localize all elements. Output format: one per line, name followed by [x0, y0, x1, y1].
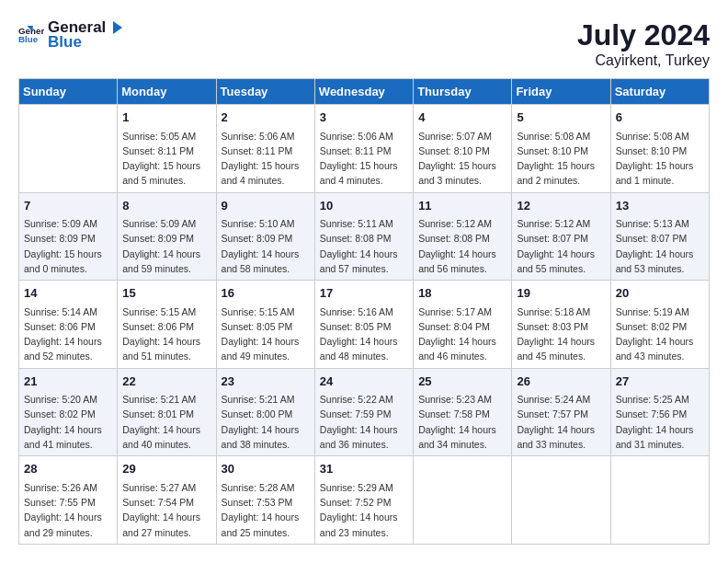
calendar-cell: 27Sunrise: 5:25 AM Sunset: 7:56 PM Dayli… [610, 368, 709, 456]
day-number: 20 [616, 284, 704, 303]
day-info: Sunrise: 5:19 AM Sunset: 8:02 PM Dayligh… [616, 304, 704, 364]
header-tuesday: Tuesday [216, 79, 314, 105]
day-info: Sunrise: 5:22 AM Sunset: 7:59 PM Dayligh… [320, 392, 408, 452]
calendar-cell: 30Sunrise: 5:28 AM Sunset: 7:53 PM Dayli… [216, 456, 314, 545]
day-info: Sunrise: 5:24 AM Sunset: 7:57 PM Dayligh… [517, 392, 605, 452]
logo: General Blue General Blue [18, 18, 124, 52]
day-number: 14 [24, 284, 112, 303]
calendar-cell [414, 456, 512, 545]
day-info: Sunrise: 5:05 AM Sunset: 8:11 PM Dayligh… [122, 129, 210, 189]
svg-marker-3 [113, 21, 122, 34]
page-subtitle: Cayirkent, Turkey [577, 52, 710, 69]
title-block: July 2024 Cayirkent, Turkey [577, 18, 710, 69]
day-info: Sunrise: 5:12 AM Sunset: 8:07 PM Dayligh… [517, 216, 605, 276]
day-number: 16 [222, 284, 310, 303]
calendar-cell: 22Sunrise: 5:21 AM Sunset: 8:01 PM Dayli… [118, 368, 216, 456]
day-number: 21 [24, 373, 112, 391]
day-number: 27 [616, 373, 704, 391]
day-info: Sunrise: 5:06 AM Sunset: 8:11 PM Dayligh… [320, 129, 408, 189]
calendar-cell: 25Sunrise: 5:23 AM Sunset: 7:58 PM Dayli… [414, 368, 512, 456]
day-number: 4 [418, 109, 506, 127]
day-number: 10 [320, 197, 408, 215]
calendar-week-row: 7Sunrise: 5:09 AM Sunset: 8:09 PM Daylig… [19, 192, 710, 281]
calendar-cell [512, 456, 610, 545]
day-number: 3 [320, 109, 408, 127]
header-monday: Monday [118, 79, 216, 105]
calendar-cell: 31Sunrise: 5:29 AM Sunset: 7:52 PM Dayli… [314, 456, 413, 545]
day-info: Sunrise: 5:23 AM Sunset: 7:58 PM Dayligh… [418, 392, 506, 452]
day-info: Sunrise: 5:17 AM Sunset: 8:04 PM Dayligh… [418, 304, 506, 364]
header-wednesday: Wednesday [314, 79, 413, 105]
calendar-cell: 1Sunrise: 5:05 AM Sunset: 8:11 PM Daylig… [118, 105, 216, 193]
calendar-cell: 29Sunrise: 5:27 AM Sunset: 7:54 PM Dayli… [118, 456, 216, 545]
day-number: 18 [418, 284, 506, 303]
day-info: Sunrise: 5:11 AM Sunset: 8:08 PM Dayligh… [320, 216, 408, 276]
day-info: Sunrise: 5:10 AM Sunset: 8:09 PM Dayligh… [222, 216, 310, 276]
calendar-cell: 10Sunrise: 5:11 AM Sunset: 8:08 PM Dayli… [314, 192, 413, 281]
day-info: Sunrise: 5:18 AM Sunset: 8:03 PM Dayligh… [517, 304, 605, 364]
calendar-cell: 20Sunrise: 5:19 AM Sunset: 8:02 PM Dayli… [610, 281, 709, 369]
day-number: 19 [517, 284, 605, 303]
day-info: Sunrise: 5:26 AM Sunset: 7:55 PM Dayligh… [24, 480, 112, 540]
calendar-cell: 3Sunrise: 5:06 AM Sunset: 8:11 PM Daylig… [314, 105, 413, 193]
day-number: 25 [418, 373, 506, 391]
day-info: Sunrise: 5:09 AM Sunset: 8:09 PM Dayligh… [122, 216, 210, 276]
day-info: Sunrise: 5:21 AM Sunset: 8:00 PM Dayligh… [222, 392, 310, 452]
day-info: Sunrise: 5:08 AM Sunset: 8:10 PM Dayligh… [517, 129, 605, 189]
header-sunday: Sunday [19, 79, 118, 105]
day-info: Sunrise: 5:25 AM Sunset: 7:56 PM Dayligh… [616, 392, 704, 452]
day-number: 17 [320, 284, 408, 303]
day-number: 12 [517, 197, 605, 215]
day-info: Sunrise: 5:15 AM Sunset: 8:06 PM Dayligh… [122, 304, 210, 364]
calendar-cell: 4Sunrise: 5:07 AM Sunset: 8:10 PM Daylig… [414, 105, 512, 193]
calendar-cell [19, 105, 118, 193]
calendar-cell [610, 456, 709, 545]
calendar-cell: 8Sunrise: 5:09 AM Sunset: 8:09 PM Daylig… [118, 192, 216, 281]
day-info: Sunrise: 5:12 AM Sunset: 8:08 PM Dayligh… [418, 216, 506, 276]
calendar-week-row: 21Sunrise: 5:20 AM Sunset: 8:02 PM Dayli… [19, 368, 710, 456]
day-number: 11 [418, 197, 506, 215]
day-info: Sunrise: 5:13 AM Sunset: 8:07 PM Dayligh… [616, 216, 704, 276]
day-info: Sunrise: 5:27 AM Sunset: 7:54 PM Dayligh… [122, 480, 210, 540]
calendar-header-row: SundayMondayTuesdayWednesdayThursdayFrid… [19, 79, 710, 105]
day-info: Sunrise: 5:28 AM Sunset: 7:53 PM Dayligh… [222, 480, 310, 540]
calendar-week-row: 28Sunrise: 5:26 AM Sunset: 7:55 PM Dayli… [19, 456, 710, 545]
calendar-cell: 23Sunrise: 5:21 AM Sunset: 8:00 PM Dayli… [216, 368, 314, 456]
calendar-cell: 24Sunrise: 5:22 AM Sunset: 7:59 PM Dayli… [314, 368, 413, 456]
calendar-cell: 17Sunrise: 5:16 AM Sunset: 8:05 PM Dayli… [314, 281, 413, 369]
calendar-cell: 12Sunrise: 5:12 AM Sunset: 8:07 PM Dayli… [512, 192, 610, 281]
calendar-cell: 9Sunrise: 5:10 AM Sunset: 8:09 PM Daylig… [216, 192, 314, 281]
day-number: 30 [222, 460, 310, 478]
day-number: 24 [320, 373, 408, 391]
calendar-cell: 2Sunrise: 5:06 AM Sunset: 8:11 PM Daylig… [216, 105, 314, 193]
header-saturday: Saturday [610, 79, 709, 105]
day-info: Sunrise: 5:20 AM Sunset: 8:02 PM Dayligh… [24, 392, 112, 452]
calendar-cell: 7Sunrise: 5:09 AM Sunset: 8:09 PM Daylig… [19, 192, 118, 281]
day-number: 8 [122, 197, 210, 215]
day-number: 23 [222, 373, 310, 391]
calendar-cell: 18Sunrise: 5:17 AM Sunset: 8:04 PM Dayli… [414, 281, 512, 369]
day-number: 6 [616, 109, 704, 127]
day-number: 22 [122, 373, 210, 391]
calendar-cell: 28Sunrise: 5:26 AM Sunset: 7:55 PM Dayli… [19, 456, 118, 545]
calendar-cell: 19Sunrise: 5:18 AM Sunset: 8:03 PM Dayli… [512, 281, 610, 369]
day-info: Sunrise: 5:06 AM Sunset: 8:11 PM Dayligh… [222, 129, 310, 189]
day-info: Sunrise: 5:29 AM Sunset: 7:52 PM Dayligh… [320, 480, 408, 540]
day-info: Sunrise: 5:09 AM Sunset: 8:09 PM Dayligh… [24, 216, 112, 276]
day-number: 31 [320, 460, 408, 478]
calendar-week-row: 14Sunrise: 5:14 AM Sunset: 8:06 PM Dayli… [19, 281, 710, 369]
calendar-cell: 15Sunrise: 5:15 AM Sunset: 8:06 PM Dayli… [118, 281, 216, 369]
calendar-table: SundayMondayTuesdayWednesdayThursdayFrid… [18, 78, 710, 545]
calendar-cell: 13Sunrise: 5:13 AM Sunset: 8:07 PM Dayli… [610, 192, 709, 281]
logo-icon: General Blue [18, 22, 44, 48]
calendar-week-row: 1Sunrise: 5:05 AM Sunset: 8:11 PM Daylig… [19, 105, 710, 193]
day-info: Sunrise: 5:07 AM Sunset: 8:10 PM Dayligh… [418, 129, 506, 189]
header-thursday: Thursday [414, 79, 512, 105]
day-number: 13 [616, 197, 704, 215]
calendar-cell: 5Sunrise: 5:08 AM Sunset: 8:10 PM Daylig… [512, 105, 610, 193]
calendar-cell: 26Sunrise: 5:24 AM Sunset: 7:57 PM Dayli… [512, 368, 610, 456]
day-info: Sunrise: 5:08 AM Sunset: 8:10 PM Dayligh… [616, 129, 704, 189]
day-info: Sunrise: 5:15 AM Sunset: 8:05 PM Dayligh… [222, 304, 310, 364]
day-number: 28 [24, 460, 112, 478]
calendar-cell: 11Sunrise: 5:12 AM Sunset: 8:08 PM Dayli… [414, 192, 512, 281]
